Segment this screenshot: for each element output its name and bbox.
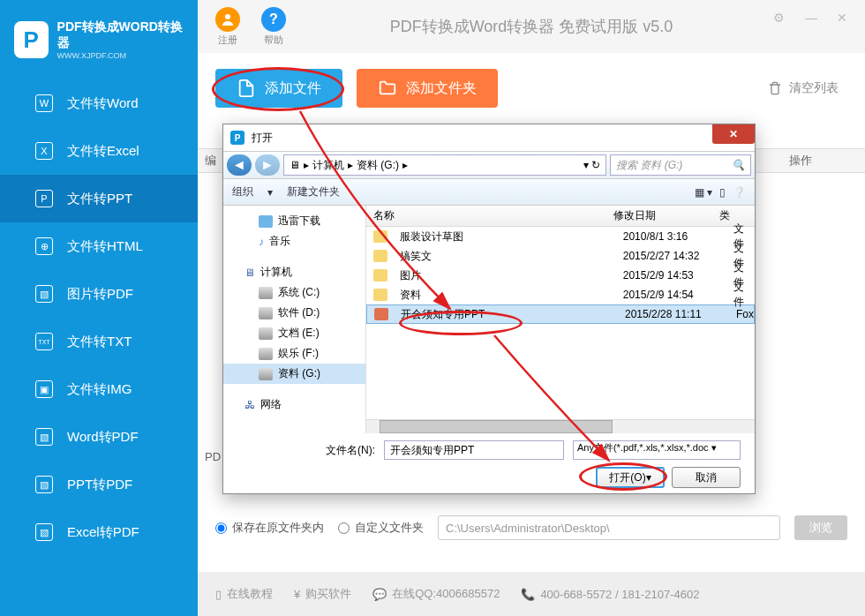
help-dialog-icon[interactable]: ❔ <box>733 186 746 199</box>
tree-drive-d[interactable]: 软件 (D:) <box>223 303 365 323</box>
output-path-input[interactable] <box>438 515 780 540</box>
tree-drive-e[interactable]: 文档 (E:) <box>223 323 365 343</box>
drive-icon <box>259 287 273 299</box>
dialog-footer: 文件名(N): Any文件(*.pdf,*.xls,*.xlsx,*.doc ▾… <box>223 433 755 495</box>
nav-file-to-word[interactable]: W文件转Word <box>0 79 198 127</box>
nav-label: 文件转Word <box>67 95 139 112</box>
nav-file-to-img[interactable]: ▣文件转IMG <box>0 365 198 413</box>
list-item[interactable]: 搞笑文2015/2/27 14:32文件 <box>366 246 755 266</box>
drive-icon <box>259 327 273 340</box>
add-folder-button[interactable]: 添加文件夹 <box>357 69 498 108</box>
filetype-select[interactable]: Any文件(*.pdf,*.xls,*.xlsx,*.doc ▾ <box>573 440 741 460</box>
col-date-header[interactable]: 修改日期 <box>613 208 719 223</box>
buy-link[interactable]: ¥购买软件 <box>294 586 351 602</box>
clear-list-button[interactable]: 清空列表 <box>768 80 839 96</box>
organize-menu[interactable]: 组织 <box>232 184 253 199</box>
file-icon <box>237 79 256 98</box>
col-edit: 编 <box>198 153 216 169</box>
nav-file-to-ppt[interactable]: P文件转PPT <box>0 175 198 222</box>
close-icon[interactable]: ✕ <box>837 11 851 25</box>
nav-back-button[interactable]: ◄ <box>227 154 252 176</box>
img-icon: ▣ <box>35 380 53 398</box>
minimize-icon[interactable]: — <box>805 11 819 25</box>
tree-drive-c[interactable]: 系统 (C:) <box>223 282 365 303</box>
filename-input[interactable] <box>384 440 564 460</box>
horizontal-scrollbar[interactable] <box>366 419 755 433</box>
folder-icon <box>378 79 397 98</box>
tree-computer[interactable]: 🖥计算机 <box>223 262 365 282</box>
help-button[interactable]: ? 帮助 <box>261 7 286 47</box>
nav-excel-to-pdf[interactable]: ▧Excel转PDF <box>0 508 198 556</box>
topbar: 注册 ? 帮助 PDF转换成Word转换器 免费试用版 v5.0 ⚙ — ✕ <box>198 0 865 53</box>
tree-music[interactable]: ♪音乐 <box>223 231 365 252</box>
dialog-title: 打开 <box>252 131 273 146</box>
breadcrumb-drive[interactable]: 资料 (G:) <box>357 158 399 173</box>
breadcrumb[interactable]: 🖥 ▸ 计算机 ▸ 资料 (G:) ▸ ▾ ↻ <box>283 154 606 176</box>
save-original-radio[interactable]: 保存在原文件夹内 <box>215 520 324 536</box>
nav-file-to-html[interactable]: ⊕文件转HTML <box>0 222 198 270</box>
nav-file-to-txt[interactable]: TXT文件转TXT <box>0 318 198 365</box>
dialog-close-button[interactable]: ✕ <box>712 124 755 144</box>
drive-icon <box>259 368 273 380</box>
folder-tree: 迅雷下载 ♪音乐 🖥计算机 系统 (C:) 软件 (D:) 文档 (E:) 娱乐… <box>223 206 366 433</box>
tree-network[interactable]: 🖧网络 <box>223 394 365 415</box>
add-file-button[interactable]: 添加文件 <box>215 69 342 108</box>
dialog-search-input[interactable]: 搜索 资料 (G:) 🔍 <box>610 154 751 176</box>
nav-file-to-excel[interactable]: X文件转Excel <box>0 127 198 175</box>
preview-icon[interactable]: ▯ <box>719 186 726 199</box>
logo-area: P PDF转换成WORD转换器 WWW.XJPDF.COM <box>0 0 198 79</box>
tree-drive-g[interactable]: 资料 (G:) <box>223 364 365 384</box>
folder-icon <box>373 230 387 243</box>
list-item[interactable]: 服装设计草图2010/8/1 3:16文件 <box>366 227 755 246</box>
folder-icon <box>259 215 273 228</box>
help-label: 帮助 <box>264 34 283 47</box>
nav-forward-button[interactable]: ► <box>255 154 280 176</box>
word-icon: W <box>35 94 53 112</box>
cancel-button[interactable]: 取消 <box>672 467 741 488</box>
tree-xunlei[interactable]: 迅雷下载 <box>223 211 365 231</box>
phone-icon: 📞 <box>521 588 535 601</box>
breadcrumb-computer[interactable]: 计算机 <box>312 158 344 173</box>
file-list: 名称 修改日期 类 服装设计草图2010/8/1 3:16文件 搞笑文2015/… <box>366 206 755 433</box>
settings-icon[interactable]: ⚙ <box>773 11 787 25</box>
tutorial-link[interactable]: ▯在线教程 <box>215 586 273 602</box>
nav-word-to-pdf[interactable]: ▧Word转PDF <box>0 413 198 461</box>
nav-label: PPT转PDF <box>67 477 132 493</box>
image-icon: ▧ <box>35 285 53 303</box>
pdf-icon: ▧ <box>35 476 53 493</box>
window-controls: ⚙ — ✕ <box>773 11 851 25</box>
browse-button[interactable]: 浏览 <box>794 515 847 540</box>
html-icon: ⊕ <box>35 237 53 255</box>
custom-folder-radio[interactable]: 自定义文件夹 <box>338 520 424 536</box>
footer: ▯在线教程 ¥购买软件 💬在线QQ:4006685572 📞400-668-55… <box>198 572 865 616</box>
open-button[interactable]: 打开(O) ▾ <box>596 467 665 488</box>
nav-image-to-pdf[interactable]: ▧图片转PDF <box>0 270 198 318</box>
list-item[interactable]: 图片2015/2/9 14:53文件 <box>366 266 755 285</box>
drive-icon <box>259 348 273 360</box>
view-icon[interactable]: ▦ ▾ <box>695 186 712 199</box>
phone-contact[interactable]: 📞400-668-5572 / 181-2107-4602 <box>521 588 699 601</box>
user-icon <box>215 7 240 32</box>
register-button[interactable]: 注册 <box>215 7 240 47</box>
computer-icon: 🖥 <box>244 267 255 279</box>
col-operation: 操作 <box>789 153 865 169</box>
nav-label: 文件转Excel <box>67 143 139 160</box>
tree-drive-f[interactable]: 娱乐 (F:) <box>223 343 365 364</box>
pdf-icon: ▧ <box>35 428 53 446</box>
file-list-header: 名称 修改日期 类 <box>366 206 755 227</box>
app-logo-url: WWW.XJPDF.COM <box>57 51 184 60</box>
nav-ppt-to-pdf[interactable]: ▧PPT转PDF <box>0 461 198 508</box>
app-logo-icon: P <box>14 21 49 58</box>
dialog-toolbar: 组织▾ 新建文件夹 ▦ ▾ ▯ ❔ <box>223 179 755 206</box>
nav-label: Excel转PDF <box>67 524 139 541</box>
dialog-titlebar: P 打开 ✕ <box>223 124 755 151</box>
new-folder-button[interactable]: 新建文件夹 <box>287 184 340 199</box>
qq-contact[interactable]: 💬在线QQ:4006685572 <box>372 586 500 602</box>
computer-icon: 🖥 <box>290 159 300 171</box>
sidebar: P PDF转换成WORD转换器 WWW.XJPDF.COM W文件转Word X… <box>0 0 198 616</box>
list-item-selected[interactable]: 开会须知专用PPT2015/2/28 11:11Fox <box>366 304 755 324</box>
book-icon: ▯ <box>215 588 222 601</box>
trash-icon <box>768 81 782 95</box>
list-item[interactable]: 资料2015/2/9 14:54文件 <box>366 285 755 304</box>
col-name-header[interactable]: 名称 <box>366 208 613 223</box>
